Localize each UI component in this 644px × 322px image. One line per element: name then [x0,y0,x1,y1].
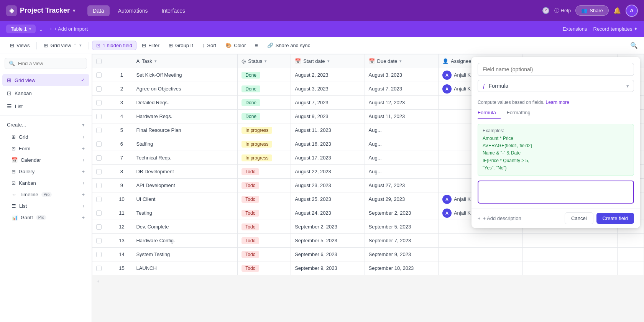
status-cell[interactable]: Todo [238,179,291,192]
row-checkbox-cell[interactable] [92,165,111,179]
add-row-button[interactable]: + [92,275,644,287]
row-checkbox[interactable] [96,224,102,230]
create-gantt[interactable]: 📊 Gantt Pro + [2,212,89,223]
extensions-button[interactable]: Extensions [563,26,587,32]
status-cell[interactable]: Done [238,68,291,82]
row-checkbox[interactable] [96,155,102,161]
row-checkbox[interactable] [96,128,102,133]
task-cell[interactable]: Hardware Reqs. [132,110,238,123]
startdate-cell[interactable]: August 23, 2023 [291,179,365,192]
duedate-cell[interactable]: September 5, 2023 [365,220,438,234]
notification-icon[interactable]: 🔔 [613,7,621,14]
row-checkbox-cell[interactable] [92,68,111,82]
create-timeline-add-icon[interactable]: + [82,192,85,197]
create-form-add-icon[interactable]: + [82,146,85,151]
status-cell[interactable]: Done [238,96,291,110]
create-field-button[interactable]: Create field [596,213,634,224]
row-checkbox[interactable] [96,197,102,202]
status-cell[interactable]: In progress [238,151,291,165]
create-form[interactable]: ⊡ Form + [2,143,89,154]
sort-button[interactable]: ↕ Sort [199,41,220,50]
formatting-tab[interactable]: Formatting [507,107,535,119]
history-icon[interactable]: 🕐 [542,7,550,14]
row-checkbox[interactable] [96,238,102,243]
cancel-button[interactable]: Cancel [565,212,593,224]
share-sync-button[interactable]: 🔗 Share and sync [263,41,314,50]
assignee-cell[interactable] [438,248,522,261]
add-description-button[interactable]: + + Add description [478,215,521,221]
sidebar-search-input[interactable] [18,61,83,66]
startdate-cell[interactable]: August 2, 2023 [291,68,365,82]
task-cell[interactable]: Agree on Objectives [132,82,238,96]
task-cell[interactable]: UI Client [132,192,238,206]
row-checkbox-cell[interactable] [92,137,111,151]
table-expand-icon[interactable]: ⌄ [39,26,43,32]
startdate-cell[interactable]: August 16, 2023 [291,137,365,151]
startdate-cell[interactable]: August 3, 2023 [291,82,365,96]
hidden-field-button[interactable]: ⊡ 1 hidden field [92,41,136,50]
row-checkbox-cell[interactable] [92,234,111,248]
row-checkbox[interactable] [96,183,102,188]
create-list[interactable]: ☰ List + [2,200,89,212]
status-cell[interactable]: Todo [238,206,291,220]
create-calendar-add-icon[interactable]: + [82,157,85,163]
status-cell[interactable]: In progress [238,137,291,151]
sidebar-create-section[interactable]: Create... ▾ [2,119,89,131]
row-checkbox[interactable] [96,100,102,105]
row-checkbox[interactable] [96,252,102,257]
user-avatar[interactable]: A [626,5,638,17]
duedate-cell[interactable]: Aug... [365,165,438,179]
startdate-cell[interactable]: September 2, 2023 [291,220,365,234]
sidebar-item-kanban[interactable]: ⊡ Kanban [2,87,89,99]
task-cell[interactable]: Staffing [132,137,238,151]
learn-more-link[interactable]: Learn more [545,100,569,105]
sidebar-item-grid-view[interactable]: ⊞ Grid view ✓ [2,74,89,86]
select-all-checkbox[interactable] [96,59,102,64]
duedate-cell[interactable]: Aug... [365,123,438,137]
duedate-cell[interactable]: September 2, 2023 [365,206,438,220]
row-checkbox-cell[interactable] [92,82,111,96]
status-cell[interactable]: Todo [238,248,291,261]
row-checkbox[interactable] [96,210,102,216]
row-checkbox-cell[interactable] [92,123,111,137]
status-cell[interactable]: Todo [238,165,291,179]
status-cell[interactable]: Todo [238,261,291,275]
th-duedate[interactable]: 📅 Due date ▾ [365,54,438,68]
row-checkbox-cell[interactable] [92,220,111,234]
startdate-cell[interactable]: August 7, 2023 [291,96,365,110]
field-name-input[interactable] [478,63,634,76]
task-cell[interactable]: System Testing [132,248,238,261]
row-checkbox[interactable] [96,72,102,78]
grid-view-button[interactable]: ⊞ Grid view ⌃ ▾ [40,41,85,50]
startdate-cell[interactable]: August 22, 2023 [291,165,365,179]
startdate-cell[interactable]: August 9, 2023 [291,110,365,123]
views-button[interactable]: ⊞ Views [6,41,33,50]
create-grid-add-icon[interactable]: + [82,134,85,140]
row-checkbox-cell[interactable] [92,206,111,220]
assignee-cell[interactable] [438,261,522,275]
group-button[interactable]: ⊞ Group It [165,41,197,50]
status-cell[interactable]: Todo [238,220,291,234]
row-checkbox-cell[interactable] [92,248,111,261]
color-button[interactable]: 🎨 Color [222,41,250,50]
formula-input[interactable] [478,181,634,204]
row-checkbox-cell[interactable] [92,151,111,165]
task-cell[interactable]: Final Resource Plan [132,123,238,137]
notes-cell[interactable] [522,261,617,275]
task-cell[interactable]: Technical Reqs. [132,151,238,165]
create-gallery[interactable]: ⊟ Gallery + [2,166,89,177]
share-button[interactable]: 👥 Share [575,5,609,16]
duedate-cell[interactable]: September 10, 2023 [365,261,438,275]
status-cell[interactable]: Todo [238,192,291,206]
duedate-cell[interactable]: Aug... [365,137,438,151]
task-cell[interactable]: API Development [132,179,238,192]
status-cell[interactable]: Done [238,82,291,96]
row-checkbox[interactable] [96,169,102,174]
nav-automations[interactable]: Automations [113,5,153,16]
record-templates-button[interactable]: Record templates ✦ [593,26,638,32]
task-cell[interactable]: Set Kick-Off Meeting [132,68,238,82]
add-import-button[interactable]: + + Add or import [46,25,91,33]
row-checkbox-cell[interactable] [92,110,111,123]
filter-button[interactable]: ⊟ Filter [138,41,163,50]
th-checkbox[interactable] [92,54,111,68]
